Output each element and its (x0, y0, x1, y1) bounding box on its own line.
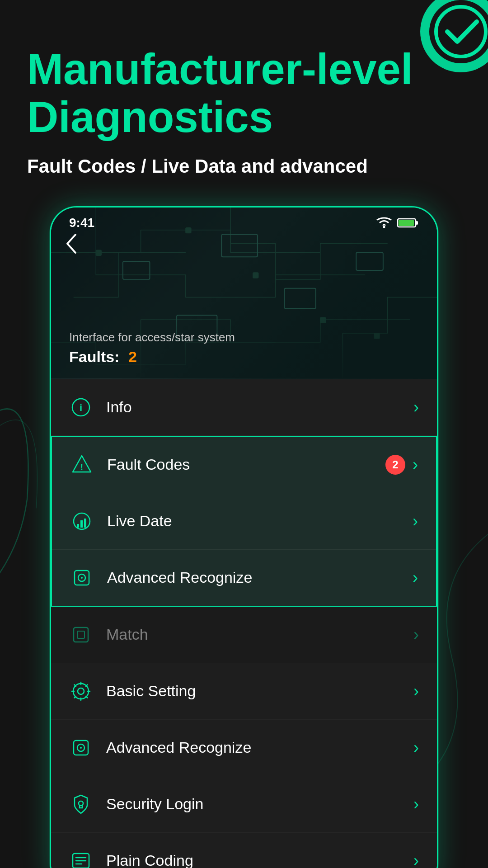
plain-coding-arrow: › (413, 851, 419, 868)
menu-item-live-date[interactable]: Live Date › (52, 493, 436, 550)
svg-point-44 (79, 801, 83, 806)
hero-text: Interface for access/star system Faults:… (69, 330, 235, 366)
svg-rect-13 (96, 250, 101, 255)
advanced-recognize-1-label: Advanced Recognize (107, 569, 413, 586)
back-button[interactable] (65, 232, 78, 259)
plain-coding-label: Plain Coding (106, 852, 413, 868)
battery-icon (397, 217, 419, 228)
status-bar: 9:41 (51, 208, 437, 235)
advanced-recognize-2-label: Advanced Recognize (106, 739, 413, 756)
info-icon: i (69, 396, 93, 419)
status-icons (376, 217, 419, 229)
svg-rect-6 (399, 220, 414, 226)
menu-item-info[interactable]: i Info › (51, 379, 437, 436)
basic-setting-label: Basic Setting (106, 682, 413, 700)
menu-item-match[interactable]: Match › (51, 607, 437, 663)
menu-item-basic-setting[interactable]: Basic Setting › (51, 663, 437, 720)
fault-codes-arrow: › (413, 455, 418, 474)
plain-coding-icon (69, 849, 93, 868)
svg-text:i: i (80, 402, 82, 413)
match-icon (69, 623, 93, 646)
advanced-recognize-2-arrow: › (413, 738, 419, 757)
subtitle: Fault Codes / Live Data and advanced (27, 154, 461, 179)
main-title: Manufacturer-level Diagnostics (27, 45, 461, 141)
svg-rect-29 (74, 627, 88, 642)
highlighted-group: ! Fault Codes 2 › (51, 436, 437, 607)
faults-count: 2 (128, 348, 137, 365)
menu-item-security-login[interactable]: Security Login › (51, 776, 437, 833)
fault-codes-label: Fault Codes (107, 456, 385, 473)
faults-label: Faults: 2 (69, 348, 235, 366)
security-login-icon (69, 793, 93, 816)
live-date-arrow: › (413, 512, 418, 531)
basic-setting-arrow: › (413, 682, 419, 701)
svg-rect-24 (80, 520, 83, 528)
menu-item-advanced-recognize-2[interactable]: Advanced Recognize › (51, 720, 437, 776)
svg-point-28 (81, 577, 83, 579)
match-arrow: › (413, 625, 419, 644)
svg-point-43 (80, 747, 82, 749)
advanced-recognize-1-arrow: › (413, 568, 418, 587)
menu-item-plain-coding[interactable]: Plain Coding › (51, 833, 437, 868)
wifi-icon (376, 217, 392, 229)
phone-mockup: 9:41 (50, 206, 438, 868)
advanced-recognize-2-icon (69, 736, 93, 760)
interface-label: Interface for access/star system (69, 330, 235, 344)
svg-point-32 (78, 688, 84, 694)
live-date-icon (70, 509, 94, 533)
menu-container: i Info › ! Fault Codes 2 (51, 379, 437, 868)
menu-item-fault-codes[interactable]: ! Fault Codes 2 › (52, 437, 436, 493)
svg-rect-5 (416, 221, 418, 225)
status-time: 9:41 (69, 216, 94, 230)
security-login-label: Security Login (106, 795, 413, 813)
basic-setting-icon (69, 679, 93, 703)
match-label: Match (106, 626, 413, 643)
svg-rect-15 (253, 273, 258, 278)
security-login-arrow: › (413, 795, 419, 814)
svg-text:!: ! (80, 462, 83, 472)
header-section: Manufacturer-level Diagnostics Fault Cod… (27, 45, 461, 179)
advanced-recognize-1-icon (70, 566, 94, 590)
svg-point-3 (383, 226, 385, 228)
svg-rect-30 (77, 631, 84, 638)
svg-rect-25 (84, 519, 86, 528)
info-arrow: › (413, 398, 419, 417)
menu-item-advanced-recognize-1[interactable]: Advanced Recognize › (52, 550, 436, 606)
fault-codes-icon: ! (70, 453, 94, 476)
live-date-label: Live Date (107, 512, 413, 530)
svg-rect-23 (77, 524, 79, 528)
phone-hero-area: 9:41 (51, 208, 437, 379)
fault-codes-badge: 2 (385, 455, 405, 475)
info-label: Info (106, 398, 413, 416)
